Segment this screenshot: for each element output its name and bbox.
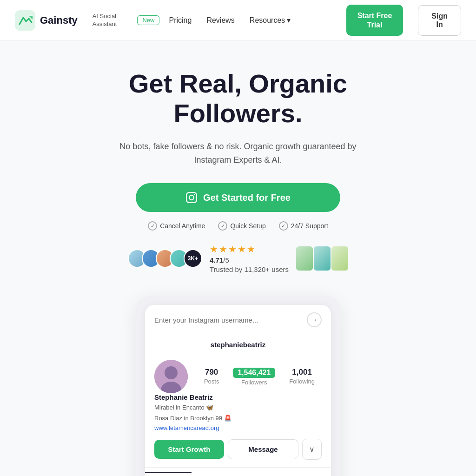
instagram-username-input[interactable] (154, 316, 301, 324)
avatar-image (154, 360, 188, 393)
trust-badges: ✓ Cancel Anytime ✓ Quick Setup ✓ 24/7 Su… (148, 221, 328, 231)
stat-followers: 1,546,421 Followers (233, 368, 275, 386)
svg-point-6 (165, 366, 178, 379)
sign-in-button[interactable]: SignIn (418, 5, 461, 36)
proof-image-3 (331, 246, 348, 271)
phone-tab-tagged[interactable] (238, 472, 284, 476)
rating-area: ★ ★ ★ ★ ★ 4.71/5 Trusted by 11,320+ user… (210, 244, 289, 273)
nav-reviews-link[interactable]: Reviews (201, 13, 240, 28)
profile-username: stephaniebeatriz (145, 335, 331, 350)
phone-tab-profile[interactable] (284, 472, 331, 476)
svg-point-3 (189, 195, 194, 200)
stat-posts: 790 Posts (204, 368, 219, 386)
proof-image-1 (296, 246, 313, 271)
star-3: ★ (228, 244, 237, 255)
nav-resources-link[interactable]: Resources ▾ (244, 12, 296, 28)
logo-icon (15, 10, 35, 31)
logo-text: Gainsty (40, 14, 78, 26)
svg-rect-2 (186, 192, 197, 203)
star-1: ★ (210, 244, 218, 255)
check-icon-setup: ✓ (218, 221, 227, 231)
proof-image-2 (314, 246, 331, 271)
star-5: ★ (247, 244, 255, 255)
trust-support: ✓ 24/7 Support (279, 221, 328, 231)
navbar: Gainsty AI Social Assistant New Pricing … (0, 0, 476, 41)
profile-stats: 790 Posts 1,546,421 Followers 1,001 Foll… (197, 368, 322, 386)
instagram-icon (185, 192, 198, 204)
nav-pricing-link[interactable]: Pricing (163, 13, 197, 28)
phone-tabs (145, 467, 331, 476)
star-rating: ★ ★ ★ ★ ★ (210, 244, 289, 255)
profile-bio-line2: Rosa Diaz in Brooklyn 99 🚨 (145, 414, 331, 423)
social-proof: 3K+ ★ ★ ★ ★ ★ 4.71/5 Trusted by 11,320+ … (128, 244, 348, 273)
check-icon-support: ✓ (279, 221, 288, 231)
nav-ai-label: AI Social Assistant (93, 13, 117, 28)
hero-title: Get Real, Organic Followers. (129, 69, 347, 129)
proof-images (296, 246, 348, 271)
profile-header: 790 Posts 1,546,421 Followers 1,001 Foll… (145, 350, 331, 393)
profile-link[interactable]: www.letamericaread.org (145, 424, 331, 439)
trust-setup: ✓ Quick Setup (218, 221, 265, 231)
profile-bio-line1: Mirabel in Encanto 🦋 (145, 403, 331, 413)
hero-section: Get Real, Organic Followers. No bots, fa… (0, 41, 476, 476)
get-started-button[interactable]: Get Started for Free (136, 183, 340, 212)
avatar-group: 3K+ (128, 249, 202, 268)
start-growth-button[interactable]: Start Growth (154, 440, 224, 459)
profile-actions: Start Growth Message ∨ (145, 439, 331, 467)
more-options-button[interactable]: ∨ (302, 439, 322, 460)
logo[interactable]: Gainsty (15, 10, 78, 31)
search-submit-icon[interactable]: → (307, 312, 322, 327)
message-button[interactable]: Message (228, 439, 298, 459)
svg-point-4 (194, 194, 195, 195)
avatar-count: 3K+ (184, 249, 202, 268)
star-2: ★ (219, 244, 227, 255)
phone-tab-grid[interactable] (145, 472, 192, 476)
trusted-text: Trusted by 11,320+ users (210, 265, 289, 273)
chevron-down-icon: ▾ (287, 16, 291, 25)
nav-new-badge: New (137, 15, 159, 25)
start-free-trial-button[interactable]: Start FreeTrial (346, 5, 403, 35)
phone-card-container: → stephaniebeatriz 790 Posts (136, 296, 340, 476)
rating-text: 4.71/5 (210, 256, 289, 264)
star-4: ★ (238, 244, 246, 255)
stat-following: 1,001 Following (289, 368, 315, 386)
profile-name: Stephanie Beatriz (145, 393, 331, 403)
phone-card: → stephaniebeatriz 790 Posts (145, 305, 331, 476)
hero-subtitle: No bots, fake followers & no risk. Organ… (117, 140, 359, 167)
nav-links: New Pricing Reviews Resources ▾ (137, 12, 296, 28)
check-icon-cancel: ✓ (148, 221, 157, 231)
profile-avatar (154, 360, 188, 393)
phone-tab-reels[interactable] (192, 472, 238, 476)
trust-cancel: ✓ Cancel Anytime (148, 221, 205, 231)
phone-search-bar[interactable]: → (145, 305, 331, 335)
